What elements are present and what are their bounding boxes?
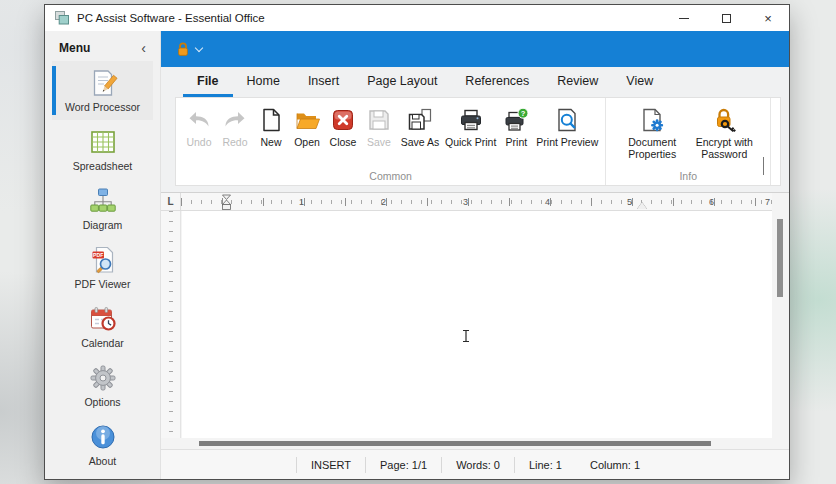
new-document-icon — [258, 107, 284, 133]
spreadsheet-icon — [88, 127, 118, 157]
tab-page-layout[interactable]: Page Layout — [353, 67, 451, 97]
chevron-down-icon — [763, 157, 764, 175]
status-words: Words: 0 — [441, 457, 514, 473]
quick-print-icon — [458, 107, 484, 133]
print-preview-button[interactable]: Print Preview — [534, 105, 600, 148]
sidebar-item-diagram[interactable]: Diagram — [52, 179, 153, 238]
main-content: File Home Insert Page Layout References … — [161, 31, 789, 479]
maximize-icon — [722, 14, 731, 23]
options-icon — [88, 363, 118, 393]
sidebar-menu-title: Menu — [59, 41, 90, 55]
ribbon-group-common: Undo Redo — [176, 98, 606, 185]
tab-stop-selector[interactable]: L — [161, 193, 181, 211]
svg-text:PDF: PDF — [93, 252, 103, 258]
open-button[interactable]: Open — [289, 105, 325, 148]
print-button[interactable]: ? Print — [498, 105, 534, 148]
ribbon-tab-strip: File Home Insert Page Layout References … — [161, 67, 789, 97]
save-as-button[interactable]: Save As — [397, 105, 443, 148]
sidebar: Menu ‹ — [45, 31, 161, 479]
indent-marker[interactable] — [221, 194, 232, 211]
tab-review[interactable]: Review — [543, 67, 612, 97]
document-area: L 1 2 3 4 5 6 7 — [161, 193, 789, 449]
sidebar-item-label: Calendar — [81, 337, 124, 349]
ruler-number: 3 — [463, 197, 468, 207]
calendar-icon — [88, 304, 118, 334]
document-properties-button[interactable]: Document Properties — [616, 105, 688, 160]
save-icon — [366, 107, 392, 133]
encrypt-with-password-button[interactable]: Encrypt with Password — [688, 105, 760, 160]
save-button[interactable]: Save — [361, 105, 397, 148]
status-line: Line: 1 — [514, 457, 576, 473]
diagram-icon — [88, 186, 118, 216]
chevron-down-icon[interactable] — [195, 43, 203, 51]
close-document-button[interactable]: Close — [325, 105, 361, 148]
horizontal-scrollbar[interactable] — [181, 440, 772, 447]
word-processor-icon — [88, 68, 118, 98]
vertical-ruler[interactable] — [161, 211, 181, 438]
ruler-number: 1 — [299, 197, 304, 207]
svg-text:?: ? — [521, 109, 526, 118]
tab-home[interactable]: Home — [233, 67, 294, 97]
ribbon-spacer — [771, 98, 780, 185]
status-bar: INSERT Page: 1/1 Words: 0 Line: 1 Column… — [161, 449, 789, 479]
ribbon: Undo Redo — [161, 97, 789, 193]
new-button[interactable]: New — [253, 105, 289, 148]
document-page[interactable] — [182, 211, 772, 438]
close-document-icon — [330, 107, 356, 133]
sidebar-item-label: Word Processor — [65, 101, 140, 113]
sidebar-item-label: Options — [84, 396, 120, 408]
undo-button[interactable]: Undo — [181, 105, 217, 148]
quick-print-button[interactable]: Quick Print — [443, 105, 498, 148]
app-window: PC Assist Software - Essential Office × … — [44, 4, 790, 480]
close-button[interactable]: × — [747, 5, 789, 31]
text-cursor — [461, 329, 471, 347]
window-title: PC Assist Software - Essential Office — [77, 12, 265, 24]
ruler-number: 2 — [381, 197, 386, 207]
close-icon: × — [764, 11, 772, 26]
title-bar: PC Assist Software - Essential Office × — [45, 5, 789, 31]
tab-references[interactable]: References — [451, 67, 543, 97]
horizontal-ruler[interactable]: 1 2 3 4 5 6 7 — [181, 193, 772, 211]
lock-icon[interactable] — [176, 42, 190, 57]
about-icon — [88, 422, 118, 452]
pdf-viewer-icon: PDF — [88, 245, 118, 275]
status-page: Page: 1/1 — [365, 457, 441, 473]
sidebar-item-label: Spreadsheet — [73, 160, 133, 172]
status-column: Column: 1 — [576, 457, 654, 473]
tab-view[interactable]: View — [612, 67, 667, 97]
sidebar-item-options[interactable]: Options — [52, 356, 153, 415]
open-folder-icon — [294, 107, 320, 133]
redo-icon — [222, 107, 248, 133]
right-indent-marker[interactable] — [637, 202, 647, 209]
sidebar-item-calendar[interactable]: Calendar — [52, 297, 153, 356]
ruler-number: 4 — [545, 197, 550, 207]
encrypt-password-icon — [711, 107, 737, 133]
quick-access-toolbar — [161, 31, 789, 67]
vertical-scrollbar[interactable] — [776, 215, 784, 435]
ribbon-group-info: Document Properties Encrypt with Passwor… — [606, 98, 771, 185]
sidebar-collapse-button[interactable]: ‹ — [139, 41, 148, 55]
sidebar-item-word-processor[interactable]: Word Processor — [52, 61, 153, 120]
status-insert-mode: INSERT — [296, 457, 365, 473]
sidebar-item-about[interactable]: About — [52, 415, 153, 474]
document-properties-icon — [639, 107, 665, 133]
vertical-scrollbar-thumb[interactable] — [777, 219, 783, 297]
sidebar-item-spreadsheet[interactable]: Spreadsheet — [52, 120, 153, 179]
maximize-button[interactable] — [705, 5, 747, 31]
tab-insert[interactable]: Insert — [294, 67, 353, 97]
sidebar-item-label: Diagram — [83, 219, 123, 231]
sidebar-item-pdf-viewer[interactable]: PDF PDF Viewer — [52, 238, 153, 297]
print-icon: ? — [503, 107, 529, 133]
ribbon-group-label: Info — [606, 170, 770, 185]
ribbon-collapse-button[interactable] — [763, 157, 764, 175]
horizontal-scrollbar-thumb[interactable] — [199, 441, 711, 446]
tab-file[interactable]: File — [183, 67, 233, 97]
ribbon-group-label: Common — [176, 170, 605, 185]
minimize-icon — [679, 18, 689, 19]
redo-button[interactable]: Redo — [217, 105, 253, 148]
minimize-button[interactable] — [663, 5, 705, 31]
undo-icon — [186, 107, 212, 133]
desktop-background: PC Assist Software - Essential Office × … — [0, 0, 836, 484]
ruler-number: 7 — [765, 197, 770, 207]
app-icon — [54, 10, 70, 26]
